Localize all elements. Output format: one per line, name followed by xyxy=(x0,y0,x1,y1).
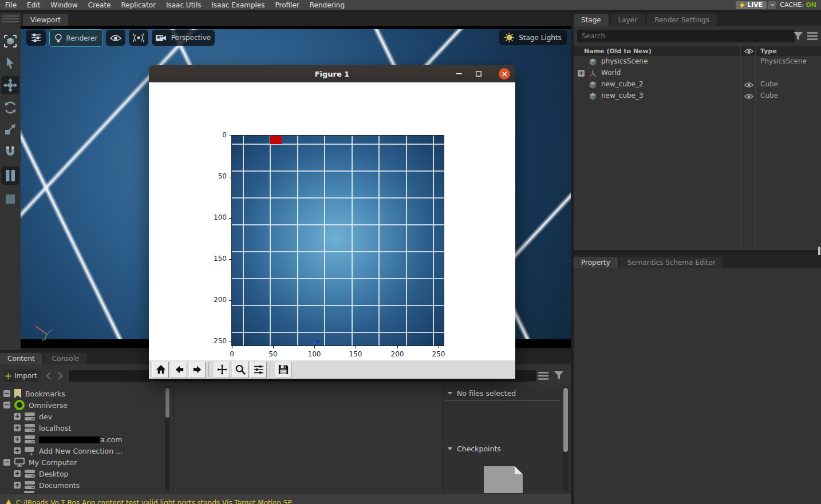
stage-row-world[interactable]: + World xyxy=(574,68,821,79)
svg-text:Y: Y xyxy=(41,338,45,342)
tab-console[interactable]: Console xyxy=(45,353,87,364)
menu-rendering[interactable]: Rendering xyxy=(305,1,350,9)
back-button[interactable] xyxy=(171,362,187,378)
options-menu-icon[interactable] xyxy=(807,32,818,40)
figure-canvas: 0 50 100 150 200 250 0 50 100 150 200 25… xyxy=(149,82,515,360)
forward-button[interactable] xyxy=(189,362,206,378)
nav-back-icon[interactable] xyxy=(46,372,52,380)
tree-item-omniverse[interactable]: − Omniverse xyxy=(3,399,68,411)
close-button[interactable] xyxy=(499,68,510,80)
view-menu-icon[interactable] xyxy=(538,372,548,380)
live-button[interactable]: LIVE xyxy=(736,1,767,9)
eye-icon[interactable] xyxy=(744,93,753,100)
tree-scrollbar-thumb[interactable] xyxy=(165,388,169,418)
live-dropdown-button[interactable] xyxy=(768,1,776,9)
menu-file[interactable]: File xyxy=(0,1,22,9)
tree-item-documents[interactable]: + Documents xyxy=(14,479,80,491)
tab-render-settings[interactable]: Render Settings xyxy=(647,14,717,26)
snap-magnet-icon[interactable] xyxy=(2,142,19,160)
stage-row-new-cube-2[interactable]: new_cube_2 Cube xyxy=(574,79,821,90)
stage-row-new-cube-3[interactable]: new_cube_3 Cube xyxy=(574,90,821,102)
tree-scrollbar[interactable] xyxy=(165,387,170,491)
expand-toggle[interactable]: − xyxy=(3,402,10,408)
expand-toggle[interactable]: + xyxy=(14,413,21,420)
tree-item-redacted-server[interactable]: + a.com xyxy=(14,434,122,445)
frame-select-icon[interactable] xyxy=(2,33,19,50)
matplotlib-toolbar xyxy=(149,360,515,379)
scale-tool-icon[interactable] xyxy=(2,121,19,138)
save-button[interactable] xyxy=(275,362,291,378)
tree-item-add-new-connection[interactable]: + Add New Connection ... xyxy=(14,445,123,457)
visibility-column-icon[interactable] xyxy=(744,48,753,54)
details-scrollbar[interactable] xyxy=(563,387,569,491)
menu-create[interactable]: Create xyxy=(83,1,116,9)
zoom-button[interactable] xyxy=(232,362,248,378)
import-button[interactable]: Import xyxy=(3,370,39,382)
expand-toggle[interactable]: − xyxy=(3,459,10,466)
home-button[interactable] xyxy=(152,362,169,378)
renderer-button[interactable]: Renderer xyxy=(49,29,103,47)
pan-icon xyxy=(217,364,227,375)
stage-row-physicsscene[interactable]: physicsScene PhysicsScene xyxy=(574,56,821,68)
expand-toggle[interactable]: − xyxy=(3,390,10,397)
visibility-button[interactable] xyxy=(106,30,125,46)
menu-edit[interactable]: Edit xyxy=(22,1,45,9)
cube-icon xyxy=(589,58,597,66)
audio-button[interactable] xyxy=(129,30,148,46)
tab-property[interactable]: Property xyxy=(574,257,618,268)
y-tick: 150 xyxy=(206,255,227,263)
checkpoints-header[interactable]: Checkpoints xyxy=(448,445,501,453)
stage-search-input[interactable] xyxy=(577,30,795,42)
stage-scrollbar-thumb[interactable] xyxy=(818,247,820,256)
move-tool-icon[interactable] xyxy=(1,76,19,94)
tree-item-my-computer[interactable]: − My Computer xyxy=(3,457,77,468)
tab-layer[interactable]: Layer xyxy=(611,14,645,26)
column-type[interactable]: Type xyxy=(760,47,777,55)
select-cursor-icon[interactable] xyxy=(2,54,19,72)
stop-button[interactable] xyxy=(2,191,19,208)
camera-perspective-button[interactable]: Perspective xyxy=(152,30,215,46)
tree-item-desktop[interactable]: + Desktop xyxy=(14,468,69,479)
rotate-tool-icon[interactable] xyxy=(2,99,19,116)
stage-lights-button[interactable]: Stage Lights xyxy=(499,30,567,45)
menu-isaac-utils[interactable]: Isaac Utils xyxy=(161,1,206,9)
tree-item-localhost[interactable]: + localhost xyxy=(14,422,71,434)
nav-forward-icon[interactable] xyxy=(57,372,63,380)
eye-icon[interactable] xyxy=(744,82,753,88)
configure-subplots-button[interactable] xyxy=(250,362,267,378)
pan-button[interactable] xyxy=(214,362,230,378)
expand-toggle[interactable]: + xyxy=(578,70,585,77)
details-scrollbar-thumb[interactable] xyxy=(563,388,568,452)
tab-semantics-schema-editor[interactable]: Semantics Schema Editor xyxy=(620,257,723,268)
back-arrow-icon xyxy=(174,364,184,375)
minimize-button[interactable] xyxy=(453,68,465,80)
home-icon xyxy=(156,364,166,375)
expand-toggle[interactable]: + xyxy=(14,470,21,477)
menu-window[interactable]: Window xyxy=(45,1,82,9)
expand-toggle[interactable]: + xyxy=(14,436,21,443)
tab-viewport[interactable]: Viewport xyxy=(23,14,68,26)
menu-profiler[interactable]: Profiler xyxy=(270,1,305,9)
figure-window[interactable]: Figure 1 0 50 100 150 200 250 xyxy=(149,65,515,379)
camera-icon xyxy=(156,34,167,42)
grip-handle[interactable] xyxy=(2,15,19,17)
filter-icon[interactable] xyxy=(554,371,563,380)
viewport-settings-button[interactable] xyxy=(26,30,46,46)
filter-icon[interactable] xyxy=(794,32,803,41)
tree-item-dev[interactable]: + dev xyxy=(14,411,52,422)
expand-toggle[interactable]: + xyxy=(14,482,21,489)
menu-isaac-examples[interactable]: Isaac Examples xyxy=(206,1,270,9)
save-floppy-icon xyxy=(278,364,289,375)
menu-replicator[interactable]: Replicator xyxy=(116,1,161,9)
no-files-selected-header[interactable]: No files selected xyxy=(448,389,516,398)
expand-toggle[interactable]: + xyxy=(14,424,21,431)
column-name[interactable]: Name (Old to New) xyxy=(584,47,652,55)
tab-stage[interactable]: Stage xyxy=(574,14,609,26)
tree-item-bookmarks[interactable]: − Bookmarks xyxy=(3,388,65,399)
expand-toggle[interactable]: + xyxy=(14,447,21,454)
pause-button[interactable] xyxy=(1,166,19,185)
maximize-button[interactable] xyxy=(473,68,484,80)
tab-content[interactable]: Content xyxy=(0,353,42,364)
sliders-icon xyxy=(254,365,264,374)
x-tick: 200 xyxy=(387,350,408,358)
